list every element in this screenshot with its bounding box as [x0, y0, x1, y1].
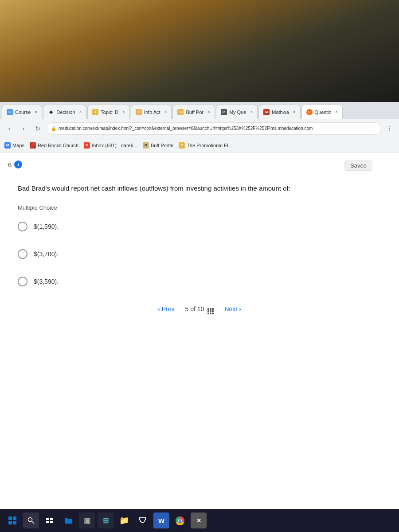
reload-button[interactable]: ↻	[32, 123, 43, 134]
photo-background	[0, 0, 399, 102]
bookmark-inbox[interactable]: G Inbox (681) - dare6...	[84, 142, 137, 149]
page-info: 5 of 10	[185, 304, 214, 314]
gmail-icon: G	[84, 142, 90, 149]
prev-arrow: ‹	[158, 305, 160, 313]
tab-myque[interactable]: M My Que ×	[216, 105, 258, 119]
radio-c[interactable]	[18, 277, 27, 286]
tab-course[interactable]: C Course ×	[2, 105, 42, 119]
svg-point-4	[28, 518, 32, 522]
content-area: 6 i Saved Bad Brad's would report net ca…	[0, 153, 399, 532]
tab-close-topic[interactable]: ×	[122, 110, 125, 114]
tab-close-decision[interactable]: ×	[79, 110, 82, 114]
saved-badge: Saved	[344, 160, 372, 171]
svg-rect-6	[46, 518, 49, 520]
answer-choice-c: $(3,590).	[18, 277, 381, 286]
tab-close-mathw[interactable]: ×	[293, 110, 296, 114]
svg-point-12	[179, 519, 181, 522]
tab-close-course[interactable]: ×	[35, 110, 37, 114]
tab-icon-decision: ◆	[48, 109, 54, 115]
question-counter: 6 i	[8, 160, 22, 168]
svg-rect-9	[50, 521, 53, 523]
taskbar-apps-grid[interactable]: ⊞	[98, 512, 113, 528]
radio-a[interactable]	[18, 222, 27, 231]
bookmark-maps[interactable]: M Maps	[4, 142, 24, 149]
forward-button[interactable]: ›	[18, 123, 29, 134]
info-icon: i	[14, 160, 22, 168]
taskbar-chrome[interactable]	[172, 512, 188, 528]
tab-decision[interactable]: ◆ Decision ×	[43, 105, 86, 119]
taskbar-files[interactable]	[60, 512, 76, 528]
tab-icon-questic: Q	[306, 109, 313, 115]
bookmark-red-rocks[interactable]: 📌 Red Rocks Church	[30, 142, 78, 149]
grid-icon[interactable]	[207, 304, 214, 314]
taskbar-media[interactable]: ▣	[79, 512, 95, 528]
tab-icon-mathw: M	[263, 109, 270, 115]
answer-choice-b: $(3,700).	[18, 249, 381, 259]
tab-icon-topic: T	[92, 109, 98, 115]
svg-rect-1	[13, 516, 16, 520]
tab-bar: C Course × ◆ Decision × T Topic: D × I I…	[0, 102, 399, 119]
svg-line-5	[32, 521, 34, 524]
next-link[interactable]: Next ›	[224, 305, 241, 313]
browser-window: C Course × ◆ Decision × T Topic: D × I I…	[0, 102, 399, 532]
tab-icon-myque: M	[221, 109, 227, 115]
choice-label-a: $(1,590).	[34, 223, 59, 230]
svg-rect-7	[50, 518, 53, 520]
address-bar-row: ‹ › ↻ 🔒 meducation.com/ext/map/index.htm…	[0, 119, 399, 138]
address-bar[interactable]: 🔒 meducation.com/ext/map/index.html?_con…	[46, 122, 381, 135]
promo-icon: P	[179, 142, 185, 149]
question-type-label: Multiple Choice	[18, 204, 381, 211]
tab-icon-buff: B	[177, 109, 184, 115]
tab-close-info[interactable]: ×	[164, 110, 167, 114]
svg-rect-2	[8, 521, 12, 524]
taskbar-folder[interactable]: 📁	[116, 512, 132, 528]
tab-questic[interactable]: Q Questic ×	[301, 105, 343, 119]
answer-choice-a: $(1,590).	[18, 222, 381, 231]
tab-close-questic[interactable]: ×	[335, 110, 338, 114]
search-button[interactable]	[23, 512, 39, 528]
choice-label-b: $(3,700).	[34, 250, 59, 258]
back-button[interactable]: ‹	[4, 123, 15, 134]
tab-buff[interactable]: B Buff Por ×	[172, 105, 215, 119]
tab-close-buff[interactable]: ×	[207, 110, 210, 114]
tab-topic[interactable]: T Topic: D ×	[87, 105, 130, 119]
buff-portal-icon: B	[143, 142, 149, 149]
bookmarks-bar: M Maps 📌 Red Rocks Church G Inbox (681) …	[0, 138, 399, 153]
tab-icon-course: C	[7, 109, 13, 115]
tab-mathw[interactable]: M Mathwa ×	[258, 105, 300, 119]
taskbar-defender[interactable]: 🛡	[135, 512, 151, 528]
navigation-row: ‹ Prev 5 of 10 Next ›	[18, 304, 381, 323]
taskbar-xapp[interactable]: ✕	[191, 512, 207, 528]
bookmark-promotional[interactable]: P The Promotional El...	[179, 142, 232, 149]
lock-icon: 🔒	[51, 126, 56, 131]
tab-close-myque[interactable]: ×	[250, 110, 253, 114]
bookmark-buff-portal[interactable]: B Buff Portal	[143, 142, 173, 149]
svg-rect-3	[13, 521, 16, 524]
windows-start-button[interactable]	[4, 512, 20, 528]
question-text: Bad Brad's would report net cash inflows…	[18, 184, 337, 194]
tab-info[interactable]: I Info Act ×	[131, 105, 172, 119]
task-view-button[interactable]	[42, 512, 58, 528]
choice-label-c: $(3,590).	[34, 278, 59, 285]
next-arrow: ›	[239, 305, 241, 313]
extensions-button[interactable]: ⋮	[384, 123, 395, 134]
svg-rect-8	[46, 521, 49, 523]
prev-link[interactable]: ‹ Prev	[158, 305, 174, 313]
radio-b[interactable]	[18, 249, 27, 259]
maps-icon: M	[4, 142, 11, 149]
red-rocks-icon: 📌	[30, 142, 36, 149]
taskbar-word[interactable]: W	[153, 512, 169, 528]
svg-rect-0	[8, 516, 12, 520]
tab-icon-info: I	[136, 109, 142, 115]
taskbar: ▣ ⊞ 📁 🛡 W ✕	[0, 509, 399, 532]
